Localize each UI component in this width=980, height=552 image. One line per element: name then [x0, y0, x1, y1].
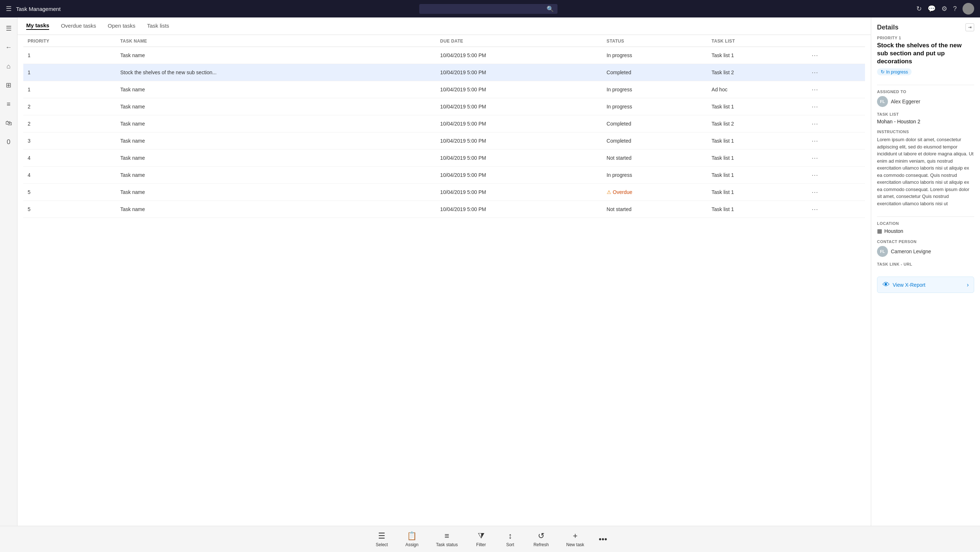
cell-due-date: 10/04/2019 5:00 PM	[436, 167, 602, 184]
filter-button[interactable]: ⧩ Filter	[466, 528, 496, 550]
sidebar-back-icon[interactable]: ←	[2, 41, 15, 54]
table-row[interactable]: 1 Task name 10/04/2019 5:00 PM In progre…	[23, 81, 865, 98]
sort-icon: ↕	[508, 531, 512, 541]
cell-more: ⋯	[805, 115, 865, 132]
table-row[interactable]: 4 Task name 10/04/2019 5:00 PM Not start…	[23, 150, 865, 167]
cell-priority: 2	[23, 98, 116, 115]
row-more-button[interactable]: ⋯	[809, 205, 820, 214]
cell-more: ⋯	[805, 81, 865, 98]
tab-task-lists[interactable]: Task lists	[147, 22, 169, 29]
status-text: Completed	[607, 138, 632, 144]
cell-task-name: Task name	[116, 184, 436, 201]
table-row[interactable]: 3 Task name 10/04/2019 5:00 PM Completed…	[23, 132, 865, 150]
more-button[interactable]: •••	[593, 531, 613, 547]
cell-due-date: 10/04/2019 5:00 PM	[436, 98, 602, 115]
search-input[interactable]	[423, 6, 544, 12]
task-status-button[interactable]: ≡ Task status	[427, 528, 466, 550]
refresh-button[interactable]: ↺ Refresh	[525, 528, 557, 550]
xreport-eye-icon: 👁	[883, 280, 890, 289]
table-row[interactable]: 1 Task name 10/04/2019 5:00 PM In progre…	[23, 47, 865, 64]
assign-button[interactable]: 📋 Assign	[397, 528, 427, 550]
detail-tasklink-section: Task link - URL	[877, 262, 974, 269]
tab-my-tasks[interactable]: My tasks	[26, 22, 49, 30]
table-row[interactable]: 1 Stock the shelves of the new sub secti…	[23, 64, 865, 81]
contact-name: Cameron Levigne	[891, 248, 931, 255]
refresh-icon[interactable]: ↻	[916, 5, 922, 13]
task-list-value: Mohan - Houston 2	[877, 119, 974, 124]
assign-label: Assign	[406, 542, 418, 547]
filter-icon: ⧩	[478, 531, 484, 541]
col-due-date: DUE DATE	[436, 35, 602, 47]
cell-task-name: Task name	[116, 201, 436, 218]
col-task-name: TASK NAME	[116, 35, 436, 47]
row-more-button[interactable]: ⋯	[809, 188, 820, 197]
cell-status: In progress	[602, 81, 707, 98]
sidebar-grid-icon[interactable]: ⊞	[2, 79, 15, 92]
cell-due-date: 10/04/2019 5:00 PM	[436, 64, 602, 81]
detail-assigned-section: Assigned to FL Alex Eggerer	[877, 89, 974, 107]
cell-task-name: Stock the shelves of the new sub section…	[116, 64, 436, 81]
view-xreport-button[interactable]: 👁 View X-Report ›	[877, 277, 974, 293]
row-more-button[interactable]: ⋯	[809, 51, 820, 60]
cell-due-date: 10/04/2019 5:00 PM	[436, 132, 602, 150]
cell-task-list: Task list 1	[707, 167, 805, 184]
row-more-button[interactable]: ⋯	[809, 153, 820, 163]
cell-priority: 2	[23, 115, 116, 132]
cell-status: Completed	[602, 115, 707, 132]
divider-2	[877, 216, 974, 217]
col-task-list: TASK LIST	[707, 35, 805, 47]
new-task-button[interactable]: + New task	[557, 528, 593, 550]
cell-priority: 1	[23, 47, 116, 64]
details-header: Details ⇥	[877, 23, 974, 31]
detail-priority-label: PRIORITY 1	[877, 36, 974, 40]
details-collapse-button[interactable]: ⇥	[966, 23, 974, 31]
overdue-icon: ⚠	[607, 189, 611, 195]
hamburger-icon[interactable]: ☰	[6, 5, 12, 13]
sidebar-badge-icon[interactable]: 0	[2, 135, 15, 148]
location-label: Location	[877, 221, 974, 226]
detail-tasklist-section: Task list Mohan - Houston 2	[877, 112, 974, 124]
app-title: Task Management	[16, 6, 61, 12]
row-more-button[interactable]: ⋯	[809, 68, 820, 77]
table-row[interactable]: 5 Task name 10/04/2019 5:00 PM ⚠Overdue …	[23, 184, 865, 201]
sidebar-list-icon[interactable]: ≡	[2, 97, 15, 111]
location-row: ▦ Houston	[877, 228, 974, 234]
topbar: ☰ Task Management 🔍 ↻ 💬 ⚙ ?	[0, 0, 980, 17]
sidebar-home-icon[interactable]: ⌂	[2, 60, 15, 73]
table-row[interactable]: 2 Task name 10/04/2019 5:00 PM Completed…	[23, 115, 865, 132]
tab-overdue-tasks[interactable]: Overdue tasks	[61, 22, 96, 29]
cell-priority: 5	[23, 184, 116, 201]
cell-more: ⋯	[805, 201, 865, 218]
cell-priority: 1	[23, 81, 116, 98]
settings-icon[interactable]: ⚙	[942, 5, 947, 13]
chat-icon[interactable]: 💬	[928, 5, 935, 13]
cell-task-list: Task list 1	[707, 150, 805, 167]
table-row[interactable]: 4 Task name 10/04/2019 5:00 PM In progre…	[23, 167, 865, 184]
select-button[interactable]: ☰ Select	[367, 528, 397, 550]
refresh-label: Refresh	[533, 542, 549, 547]
detail-task-title: Stock the shelves of the new sub section…	[877, 41, 974, 65]
row-more-button[interactable]: ⋯	[809, 119, 820, 129]
tab-open-tasks[interactable]: Open tasks	[108, 22, 135, 29]
status-text: Completed	[607, 70, 632, 75]
cell-task-list: Task list 1	[707, 47, 805, 64]
detail-status-chip: ↻ In progress	[877, 68, 912, 75]
view-xreport-left: 👁 View X-Report	[883, 280, 926, 289]
row-more-button[interactable]: ⋯	[809, 170, 820, 180]
table-row[interactable]: 5 Task name 10/04/2019 5:00 PM Not start…	[23, 201, 865, 218]
row-more-button[interactable]: ⋯	[809, 102, 820, 111]
cell-task-list: Task list 1	[707, 184, 805, 201]
row-more-button[interactable]: ⋯	[809, 85, 820, 94]
table-row[interactable]: 2 Task name 10/04/2019 5:00 PM In progre…	[23, 98, 865, 115]
status-text: In progress	[607, 172, 632, 178]
sort-button[interactable]: ↕ Sort	[496, 528, 525, 550]
sidebar-collapse-icon[interactable]: ☰	[2, 22, 15, 35]
cell-task-name: Task name	[116, 167, 436, 184]
row-more-button[interactable]: ⋯	[809, 136, 820, 146]
user-avatar[interactable]	[963, 3, 974, 14]
cell-task-name: Task name	[116, 47, 436, 64]
help-icon[interactable]: ?	[953, 5, 957, 13]
cell-task-list: Task list 2	[707, 115, 805, 132]
sidebar-bag-icon[interactable]: 🛍	[2, 116, 15, 130]
status-text: Completed	[607, 121, 632, 127]
